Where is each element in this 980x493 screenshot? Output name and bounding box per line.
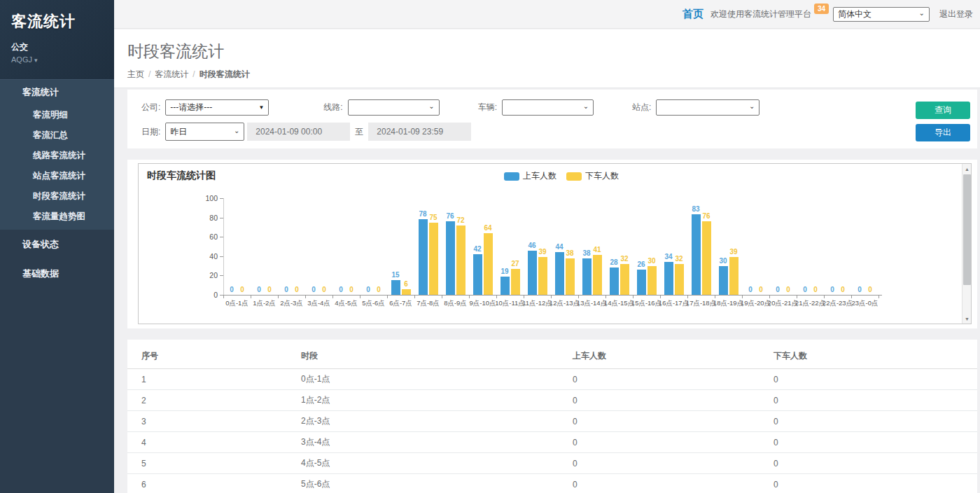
x-category-label: 13点-14点 (577, 299, 607, 308)
bar-下车人数: 72 (456, 225, 465, 295)
table-cell: 0 (774, 411, 977, 432)
bar-value-label: 0 (830, 286, 834, 293)
bar-group: 00 (305, 198, 332, 295)
chevron-down-icon: ⌄ (749, 102, 755, 110)
bar-group: 7875 (414, 198, 442, 295)
bar-group: 156 (387, 198, 414, 295)
sidebar: 客流统计 公交 AQGJ ▾ 客流统计客流明细客流汇总线路客流统计站点客流统计时… (0, 0, 114, 493)
company-value: ---请选择--- (170, 102, 212, 113)
table-cell: 0 (573, 369, 774, 390)
query-button[interactable]: 查询 (916, 102, 970, 119)
x-category-label: 23点-0点 (851, 299, 878, 308)
bar-下车人数: 39 (538, 257, 547, 295)
sidebar-subitem-线路客流统计[interactable]: 线路客流统计 (0, 146, 114, 166)
sidebar-subitem-客流量趋势图[interactable]: 客流量趋势图 (0, 207, 114, 227)
sidebar-subitem-时段客流统计[interactable]: 时段客流统计 (0, 186, 114, 207)
scrollbar-thumb[interactable] (963, 174, 971, 285)
table-header-cell: 下车人数 (774, 340, 977, 369)
bar-value-label: 28 (610, 258, 617, 266)
bar-上车人数: 28 (610, 268, 619, 295)
bar-value-label: 30 (648, 257, 655, 265)
date-to-input[interactable] (368, 123, 471, 141)
table-row: 54点-5点00 (127, 453, 977, 474)
bar-下车人数: 27 (511, 269, 520, 295)
x-tick-mark-icon (606, 296, 606, 298)
chevron-down-icon: ⌄ (428, 102, 434, 110)
sidebar-subitem-客流汇总[interactable]: 客流汇总 (0, 125, 114, 146)
bar-group: 00 (251, 198, 278, 295)
x-category-label: 15点-16点 (631, 299, 662, 308)
x-category-label: 21点-22点 (795, 299, 825, 308)
scroll-up-icon[interactable]: ▲ (962, 164, 972, 174)
user-dropdown[interactable]: AQGJ ▾ (11, 55, 103, 64)
table-cell: 0 (573, 390, 774, 411)
breadcrumb-item: 时段客流统计 (200, 69, 250, 79)
station-select[interactable]: ⌄ (656, 99, 760, 116)
x-category-label: 18点-19点 (713, 299, 743, 308)
table-cell: 0 (573, 432, 774, 453)
date-from-input[interactable] (247, 123, 350, 141)
sidebar-subitem-客流明细[interactable]: 客流明细 (0, 105, 114, 125)
bar-下车人数: 75 (429, 223, 438, 296)
sidebar-item-基础数据[interactable]: 基础数据 (0, 261, 114, 286)
x-category-label: 12点-13点 (550, 299, 580, 308)
app-root: 客流统计 公交 AQGJ ▾ 客流统计客流明细客流汇总线路客流统计站点客流统计时… (0, 0, 980, 493)
chart-scrollbar[interactable]: ▲ ▼ (962, 164, 971, 324)
date-label: 日期: (141, 126, 160, 138)
date-preset-select[interactable]: 昨日 ⌄ (165, 123, 244, 141)
home-link[interactable]: 首页 (682, 8, 704, 21)
x-tick-mark-icon (851, 296, 852, 298)
bar-value-label: 30 (719, 257, 727, 265)
export-button[interactable]: 导出 (916, 124, 970, 141)
bar-上车人数: 44 (555, 252, 564, 295)
x-tick-mark-icon (387, 296, 388, 298)
y-tick-label: 40 (197, 252, 218, 261)
bar-上车人数: 42 (473, 254, 482, 295)
x-tick-mark-icon (878, 296, 879, 298)
sidebar-item-设备状态[interactable]: 设备状态 (0, 232, 114, 257)
breadcrumb-item[interactable]: 客流统计 (155, 69, 188, 79)
bar-下车人数: 39 (729, 257, 738, 295)
vehicle-select[interactable]: ⌄ (502, 99, 594, 116)
x-tick-mark-icon (332, 296, 333, 298)
table-cell: 4 (127, 432, 301, 453)
company-select[interactable]: ---请选择--- ▼ (165, 99, 269, 116)
table-panel: 序号时段上车人数下车人数 10点-1点0021点-2点0032点-3点0043点… (127, 340, 977, 493)
page-title: 时段客流统计 (127, 41, 980, 62)
x-category-label: 0点-1点 (225, 299, 248, 308)
bar-value-label: 0 (312, 286, 316, 293)
x-category-label: 19点-20点 (741, 299, 771, 308)
table-cell: 0 (774, 390, 977, 411)
sidebar-item-客流统计[interactable]: 客流统计 (0, 79, 114, 105)
bar-group: 00 (360, 198, 387, 295)
table-cell: 0 (774, 432, 977, 453)
breadcrumb-item[interactable]: 主页 (127, 69, 144, 79)
bar-value-label: 0 (349, 286, 354, 293)
chevron-down-icon: ⌄ (234, 127, 239, 134)
x-category-label: 9点-10点 (469, 299, 496, 308)
y-tick-label: 80 (197, 214, 218, 222)
table-cell: 0点-1点 (301, 369, 573, 390)
chart-plot[interactable]: 020406080100000点-1点001点-2点002点-3点003点-4点… (139, 164, 971, 324)
x-tick-mark-icon (742, 296, 743, 298)
bar-上车人数: 34 (664, 262, 673, 295)
bar-value-label: 0 (868, 286, 872, 293)
bar-下车人数: 32 (620, 264, 629, 295)
x-tick-mark-icon (551, 296, 552, 298)
bar-group: 4264 (469, 198, 496, 295)
x-category-label: 5点-6点 (362, 299, 385, 308)
bar-value-label: 72 (456, 216, 464, 224)
logout-link[interactable]: 退出登录 (939, 8, 973, 20)
language-select[interactable]: 简体中文 ⌄ (833, 7, 930, 22)
table-cell: 1 (127, 369, 301, 390)
scroll-down-icon[interactable]: ▼ (962, 314, 972, 324)
chart-box: 时段车流统计图 上车人数下车人数 020406080100000点-1点001点… (138, 163, 972, 324)
sidebar-subitem-站点客流统计[interactable]: 站点客流统计 (0, 166, 114, 186)
bar-上车人数: 30 (719, 266, 728, 295)
bar-上车人数: 15 (391, 280, 400, 295)
bar-value-label: 0 (858, 286, 862, 293)
bar-value-label: 0 (803, 286, 807, 293)
line-select[interactable]: ⌄ (348, 99, 440, 116)
x-category-label: 16点-17点 (659, 299, 689, 308)
chevron-down-icon: ⌄ (583, 102, 589, 110)
